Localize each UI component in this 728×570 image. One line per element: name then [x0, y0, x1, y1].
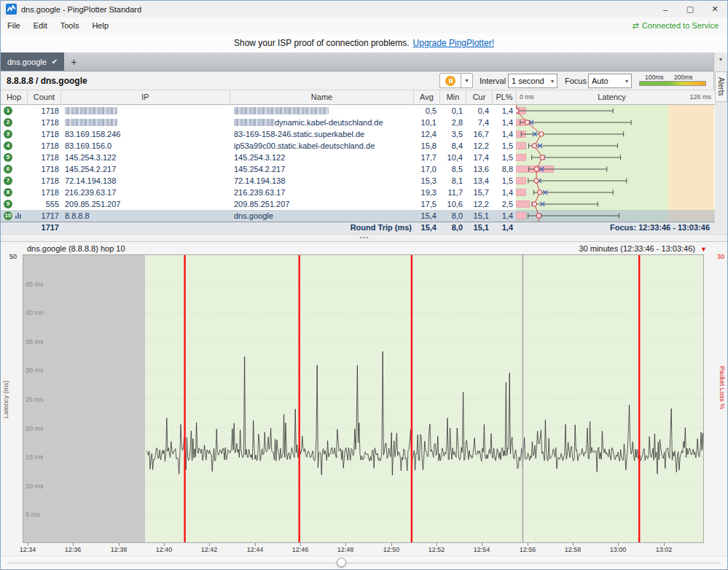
focus-label: Focus [565, 77, 587, 85]
upgrade-link[interactable]: Upgrade PingPlotter! [413, 38, 494, 48]
hop-min: 10,6 [439, 198, 463, 210]
summary-min: 8,0 [439, 222, 463, 234]
alerts-strip: ▾ Alerts [713, 52, 727, 234]
x-tick-label: 13:00 [606, 546, 630, 553]
hop-cur: 15,7 [466, 187, 489, 198]
menu-tools[interactable]: Tools [54, 19, 86, 32]
hop-avg: 19,3 [413, 187, 437, 198]
table-row[interactable]: 21718dynamic.kabel-deutschland.de10,12,8… [1, 117, 715, 128]
hop-count: 555 [27, 198, 59, 210]
col-header-latency[interactable]: 0 ms Latency 126 ms [516, 90, 714, 105]
menu-help[interactable]: Help [85, 19, 115, 32]
hop-name: 83-169-158-246.static.superkabel.de [234, 128, 412, 140]
hop-ip: 216.239.63.17 [65, 187, 228, 198]
table-row[interactable]: 51718145.254.3.122145.254.3.12217,710,41… [1, 152, 715, 163]
maximize-icon[interactable]: ▢ [678, 1, 702, 17]
pause-button[interactable] [439, 73, 461, 88]
tab-dns-google[interactable]: dns.google ✔ [1, 52, 64, 71]
latency-graph-cell [516, 198, 714, 210]
hop-avg: 15,8 [413, 140, 437, 152]
timescale-dropdown-icon[interactable]: ▼ [700, 246, 707, 253]
alerts-expand-icon[interactable]: ▾ [719, 56, 722, 63]
table-header-row: Hop Count IP Name Avg Min Cur PL% 0 ms L… [1, 90, 715, 105]
scrollbar-track[interactable] [7, 562, 721, 564]
hop-pl: 1,5 [492, 175, 513, 187]
hop-count: 1717 [27, 210, 59, 222]
redacted-ip [65, 119, 117, 126]
hop-avg: 15,4 [413, 210, 437, 222]
legend-100ms: 100ms [645, 74, 664, 81]
connection-status[interactable]: ⇄ Connected to Service [633, 21, 719, 31]
x-tick-label: 12:44 [243, 546, 267, 553]
close-icon[interactable]: ✕ [702, 1, 727, 17]
latency-header-label: Latency [598, 90, 626, 105]
hop-ip: 145.254.3.122 [65, 152, 228, 163]
hop-name: ip53a99c00.static.kabel-deutschland.de [234, 140, 412, 152]
col-header-hop[interactable]: Hop [1, 90, 27, 105]
timescale-label[interactable]: 30 minutes (12:33:46 - 13:03:46) [579, 244, 695, 253]
col-header-pl[interactable]: PL% [492, 90, 516, 105]
new-tab-button[interactable]: + [64, 52, 83, 71]
minimize-icon[interactable]: – [653, 1, 678, 17]
interval-label: Interval [480, 77, 506, 85]
table-row[interactable]: 81718216.239.63.17216.239.63.1719,311,71… [1, 187, 715, 198]
hop-cur: 7,4 [466, 117, 489, 128]
hop-min: 8,0 [439, 210, 463, 222]
scrollbar-thumb[interactable] [337, 558, 346, 567]
x-tick-label: 12:58 [560, 546, 585, 553]
hop-min: 10,4 [439, 152, 463, 163]
round-trip-summary-row: 1717 Round Trip (ms) 15,4 8,0 15,1 1,4 F… [1, 222, 715, 234]
table-row[interactable]: 117180,50,10,41,4 [1, 105, 715, 117]
menu-file[interactable]: File [1, 19, 27, 32]
trace-table: Hop Count IP Name Avg Min Cur PL% 0 ms L… [1, 90, 715, 234]
menu-edit[interactable]: Edit [27, 19, 54, 32]
table-row[interactable]: 9555209.85.251.207209.85.251.20717,510,6… [1, 198, 715, 210]
col-header-min[interactable]: Min [439, 90, 466, 105]
chevron-down-icon: ▾ [551, 78, 554, 85]
x-tick-label: 12:54 [469, 546, 494, 553]
pingplotter-window: dns.google - PingPlotter Standard – ▢ ✕ … [0, 0, 728, 570]
table-row[interactable]: 1017178.8.8.8dns.google15,48,015,11,4 [1, 210, 715, 222]
table-row[interactable]: 7171872.14.194.13872.14.194.13815,38,113… [1, 175, 715, 187]
table-row[interactable]: 61718145.254.2.217145.254.2.21717,08,513… [1, 163, 715, 175]
hop-min: 2,8 [439, 117, 463, 128]
hop-pl: 1,4 [492, 187, 513, 198]
app-icon [6, 4, 17, 15]
pause-dropdown[interactable]: ▾ [461, 73, 473, 88]
focus-select[interactable]: Auto ▾ [588, 74, 632, 88]
hop-cur: 12,2 [466, 140, 489, 152]
chevron-down-icon: ▾ [625, 78, 628, 85]
latency-graph-cell [516, 105, 714, 117]
timeline-plot[interactable]: 45 ms40 ms35 ms30 ms25 ms20 ms15 ms10 ms… [23, 254, 704, 543]
table-row[interactable]: 3171883.169.158.24683-169-158-246.static… [1, 128, 715, 140]
hop-pl: 1,4 [492, 117, 513, 128]
hop-count: 1718 [27, 117, 59, 128]
col-header-count[interactable]: Count [27, 90, 60, 105]
packet-loss-max-label: 30 [717, 253, 724, 260]
hop-table-body: 117180,50,10,41,421718dynamic.kabel-deut… [1, 105, 715, 222]
x-tick-label: 12:34 [15, 546, 40, 553]
interval-select[interactable]: 1 second ▾ [508, 74, 557, 88]
col-header-cur[interactable]: Cur [466, 90, 492, 105]
tab-alerts[interactable]: Alerts [715, 71, 727, 102]
x-tick-label: 12:38 [106, 546, 131, 553]
hop-number-badge: 10 [4, 211, 12, 220]
col-header-name[interactable]: Name [230, 90, 413, 105]
col-header-avg[interactable]: Avg [413, 90, 439, 105]
hop-avg: 17,0 [413, 163, 437, 175]
timeline-graph-section: dns.google (8.8.8.8) hop 10 30 minutes (… [1, 242, 727, 557]
window-title: dns.google - PingPlotter Standard [21, 5, 141, 14]
connected-icon: ⇄ [633, 21, 639, 31]
pane-splitter[interactable]: • • • [1, 234, 727, 242]
x-tick-label: 12:46 [288, 546, 313, 553]
hop-count: 1718 [27, 105, 59, 117]
hop-number-badge: 6 [4, 165, 12, 173]
latency-graph-cell [516, 210, 714, 222]
table-row[interactable]: 4171883.169.156.0ip53a99c00.static.kabel… [1, 140, 715, 152]
hop-pl: 2,5 [492, 198, 513, 210]
col-header-ip[interactable]: IP [60, 90, 230, 105]
latency-graph-cell [516, 152, 714, 163]
hop-count: 1718 [27, 163, 59, 175]
hop-pl: 1,4 [492, 210, 513, 222]
tab-label: dns.google [7, 58, 47, 66]
